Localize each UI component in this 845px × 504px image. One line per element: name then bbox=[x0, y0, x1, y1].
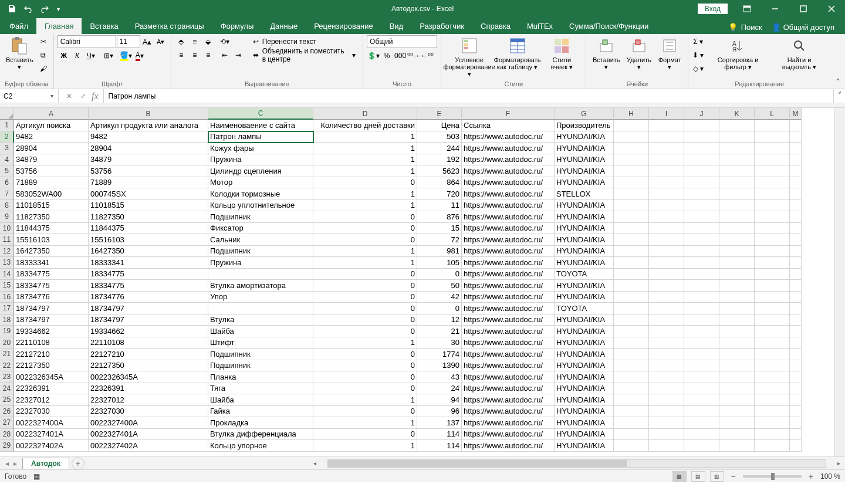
tab-sumfind[interactable]: Сумма/Поиск/Функции bbox=[561, 18, 657, 34]
cell[interactable]: 137 bbox=[417, 417, 462, 429]
cell[interactable]: 22110108 bbox=[89, 337, 208, 349]
cell[interactable] bbox=[684, 246, 719, 258]
align-middle-icon[interactable]: ≡ bbox=[188, 35, 201, 48]
share-button[interactable]: 👤 Общий доступ bbox=[767, 21, 839, 34]
cell[interactable] bbox=[684, 417, 719, 429]
cell[interactable] bbox=[649, 165, 684, 177]
cell[interactable] bbox=[684, 292, 719, 303]
cell[interactable]: 114 bbox=[417, 440, 462, 452]
row-header[interactable]: 21 bbox=[0, 349, 14, 360]
cell[interactable]: 15516103 bbox=[14, 234, 89, 246]
cell[interactable] bbox=[719, 120, 755, 131]
cell[interactable] bbox=[649, 360, 684, 372]
cell[interactable] bbox=[790, 314, 802, 326]
cell[interactable] bbox=[684, 394, 719, 406]
cell[interactable]: 1 bbox=[313, 440, 417, 452]
cell[interactable] bbox=[614, 326, 649, 337]
cell[interactable]: https://www.autodoc.ru/ bbox=[462, 143, 555, 154]
cell[interactable] bbox=[755, 200, 790, 212]
cell[interactable]: Цена bbox=[417, 120, 462, 131]
cell[interactable]: HYUNDAI/KIA bbox=[555, 394, 614, 406]
cell[interactable] bbox=[790, 131, 802, 143]
cell[interactable]: STELLOX bbox=[555, 188, 614, 200]
cell[interactable]: 1 bbox=[313, 246, 417, 258]
cell[interactable] bbox=[614, 257, 649, 269]
cell[interactable]: 43 bbox=[417, 371, 462, 383]
cell[interactable]: https://www.autodoc.ru/ bbox=[462, 223, 555, 235]
cell[interactable]: Артикул продукта или аналога bbox=[89, 120, 208, 131]
cell[interactable] bbox=[614, 131, 649, 143]
cell[interactable]: HYUNDAI/KIA bbox=[555, 257, 614, 269]
comma-icon[interactable]: 000 bbox=[394, 49, 407, 62]
row-header[interactable]: 6 bbox=[0, 177, 14, 189]
shrink-font-icon[interactable]: A▾ bbox=[154, 35, 167, 48]
zoom-in-icon[interactable]: + bbox=[806, 472, 816, 481]
cell[interactable] bbox=[719, 371, 755, 383]
cell[interactable] bbox=[719, 429, 755, 441]
cell[interactable] bbox=[649, 394, 684, 406]
cell[interactable]: 22127350 bbox=[89, 360, 208, 372]
cell[interactable] bbox=[614, 371, 649, 383]
indent-left-icon[interactable]: ⇤ bbox=[218, 49, 231, 62]
cell[interactable] bbox=[649, 131, 684, 143]
cell[interactable] bbox=[684, 269, 719, 280]
maximize-icon[interactable] bbox=[790, 0, 817, 18]
align-left-icon[interactable]: ≡ bbox=[175, 49, 188, 62]
cell[interactable] bbox=[719, 303, 755, 314]
cell[interactable]: HYUNDAI/KIA bbox=[555, 177, 614, 189]
cell[interactable]: https://www.autodoc.ru/ bbox=[462, 200, 555, 212]
cell[interactable]: 0 bbox=[313, 280, 417, 292]
cell[interactable] bbox=[614, 349, 649, 360]
row-header[interactable]: 27 bbox=[0, 417, 14, 429]
tab-multex[interactable]: MulTEx bbox=[519, 18, 561, 34]
cell[interactable]: Патрон лампы bbox=[208, 131, 313, 143]
align-bottom-icon[interactable]: ⬙ bbox=[202, 35, 215, 48]
cell[interactable] bbox=[755, 326, 790, 337]
collapse-ribbon-icon[interactable]: ˄ bbox=[830, 34, 845, 89]
row-header[interactable]: 15 bbox=[0, 280, 14, 292]
font-size-input[interactable] bbox=[117, 35, 140, 48]
cell[interactable]: 1 bbox=[313, 200, 417, 212]
cell[interactable] bbox=[614, 165, 649, 177]
cell[interactable] bbox=[755, 211, 790, 223]
conditional-formatting-button[interactable]: Условное форматирование ▾ bbox=[445, 35, 494, 79]
cell[interactable] bbox=[755, 223, 790, 235]
cell[interactable]: 1 bbox=[313, 337, 417, 349]
expand-formula-bar-icon[interactable]: ˅ bbox=[833, 89, 845, 103]
cell[interactable] bbox=[755, 406, 790, 418]
cell[interactable]: https://www.autodoc.ru/ bbox=[462, 177, 555, 189]
tab-help[interactable]: Справка bbox=[472, 18, 519, 34]
cell[interactable] bbox=[684, 440, 719, 452]
cell[interactable] bbox=[684, 406, 719, 418]
sheet-tab[interactable]: Автодок bbox=[22, 458, 69, 469]
cell[interactable]: 0022326345A bbox=[89, 371, 208, 383]
undo-icon[interactable] bbox=[21, 2, 35, 16]
cell[interactable] bbox=[649, 383, 684, 395]
cell[interactable]: 18334775 bbox=[89, 269, 208, 280]
cell[interactable]: HYUNDAI/KIA bbox=[555, 223, 614, 235]
cell[interactable] bbox=[790, 188, 802, 200]
cell[interactable] bbox=[614, 143, 649, 154]
cell[interactable] bbox=[755, 337, 790, 349]
orientation-icon[interactable]: ⟲▾ bbox=[218, 35, 231, 48]
delete-cells-button[interactable]: Удалить ▾ bbox=[624, 35, 654, 72]
cell[interactable]: 72 bbox=[417, 234, 462, 246]
zoom-slider[interactable] bbox=[743, 475, 802, 478]
cell[interactable] bbox=[719, 234, 755, 246]
cell[interactable] bbox=[755, 280, 790, 292]
cell[interactable]: 0022327402A bbox=[14, 440, 89, 452]
cell[interactable]: HYUNDAI/KIA bbox=[555, 349, 614, 360]
increase-decimal-icon[interactable]: ⁰⁰→ bbox=[407, 49, 420, 62]
cell[interactable] bbox=[755, 177, 790, 189]
column-header[interactable]: D bbox=[313, 108, 417, 120]
cell[interactable]: 18734797 bbox=[14, 303, 89, 314]
cell[interactable] bbox=[649, 200, 684, 212]
cell[interactable] bbox=[684, 429, 719, 441]
cell[interactable]: Втулка bbox=[208, 314, 313, 326]
cell[interactable]: 24 bbox=[417, 383, 462, 395]
cell[interactable]: HYUNDAI/KIA bbox=[555, 292, 614, 303]
cell[interactable]: 1 bbox=[313, 257, 417, 269]
cell[interactable]: 0 bbox=[313, 234, 417, 246]
cell[interactable]: 30 bbox=[417, 337, 462, 349]
cell[interactable]: HYUNDAI/KIA bbox=[555, 406, 614, 418]
